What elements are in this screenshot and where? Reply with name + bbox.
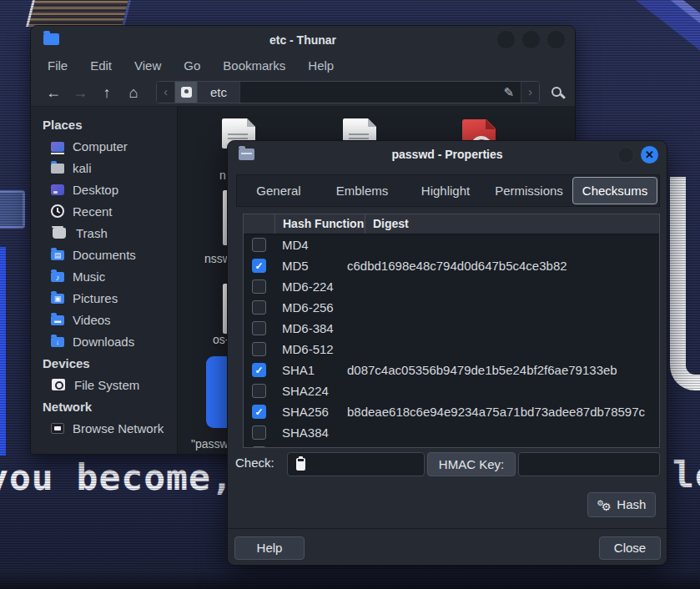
table-row-sha224[interactable]: SHA224 xyxy=(244,380,659,401)
help-button[interactable]: Help xyxy=(234,536,305,560)
table-row-sha384[interactable]: SHA384 xyxy=(244,422,659,443)
path-scroll-right-button[interactable]: › xyxy=(521,82,539,103)
hash-function-name: MD4 xyxy=(266,238,347,252)
sidebar-item-label: Documents xyxy=(73,248,136,262)
path-scroll-left-button[interactable]: ‹ xyxy=(157,82,175,103)
checkbox-unchecked[interactable] xyxy=(252,238,266,252)
sidebar-item-pictures[interactable]: Pictures xyxy=(43,287,177,309)
checkbox-unchecked[interactable] xyxy=(252,446,266,448)
sidebar-item-recent[interactable]: Recent xyxy=(43,200,177,222)
home-button[interactable]: ⌂ xyxy=(123,82,144,103)
hmac-key-button[interactable]: HMAC Key: xyxy=(427,452,516,476)
checkbox-checked[interactable]: ✓ xyxy=(252,363,266,377)
videos-folder-icon xyxy=(51,315,64,325)
menu-view[interactable]: View xyxy=(134,58,161,73)
sidebar-item-kali[interactable]: kali xyxy=(43,157,177,179)
checkbox-column-header xyxy=(244,214,275,234)
sidebar-item-label: Videos xyxy=(73,313,111,327)
desktop-icon xyxy=(51,184,64,195)
thunar-titlebar[interactable]: etc - Thunar xyxy=(31,26,575,53)
hash-function-name: SHA512 xyxy=(266,446,347,448)
menu-file[interactable]: File xyxy=(48,58,68,73)
table-row-md6-512[interactable]: MD6-512 xyxy=(244,339,659,360)
sidebar-item-trash[interactable]: Trash xyxy=(43,222,177,244)
sidebar-item-computer[interactable]: Computer xyxy=(43,135,177,157)
sidebar-item-videos[interactable]: Videos xyxy=(43,309,177,330)
tab-checksums[interactable]: Checksums xyxy=(572,177,657,204)
checkbox-unchecked[interactable] xyxy=(252,425,266,440)
toolbar: ← → ↑ ⌂ ‹ etc ✎ › xyxy=(31,78,575,106)
checkbox-unchecked[interactable] xyxy=(252,300,266,315)
sidebar-item-label: Downloads xyxy=(73,335,134,349)
checkbox-checked[interactable]: ✓ xyxy=(252,259,266,273)
table-row-md6-224[interactable]: MD6-224 xyxy=(244,276,659,297)
forward-button[interactable]: → xyxy=(69,82,91,103)
table-row-sha256[interactable]: ✓SHA256b8deae618c6e94e9234a75a71bd73adee… xyxy=(244,401,659,422)
checkbox-unchecked[interactable] xyxy=(252,321,266,335)
checkbox-unchecked[interactable] xyxy=(252,342,266,356)
check-row: Check: HMAC Key: xyxy=(228,452,667,477)
check-input[interactable] xyxy=(287,452,425,476)
sidebar-item-label: Computer xyxy=(73,139,128,154)
tab-emblems[interactable]: Emblems xyxy=(320,175,404,206)
up-button[interactable]: ↑ xyxy=(96,82,118,103)
hash-function-name: SHA256 xyxy=(266,405,347,419)
sidebar-item-downloads[interactable]: Downloads xyxy=(43,330,177,352)
path-bar[interactable]: ‹ etc ✎ › xyxy=(156,81,540,103)
sidebar-item-file-system[interactable]: File System xyxy=(43,374,177,395)
menu-bookmarks[interactable]: Bookmarks xyxy=(223,58,285,73)
close-button[interactable]: Close xyxy=(599,536,661,560)
hash-button[interactable]: ⚙⚙Hash xyxy=(587,492,656,517)
table-row-md6-384[interactable]: MD6-384 xyxy=(244,318,659,339)
sidebar-item-music[interactable]: Music xyxy=(43,265,177,287)
downloads-folder-icon xyxy=(51,337,64,347)
table-row-md5[interactable]: ✓MD5c6dbd1698e48c794d0d647b5c4ce3b82 xyxy=(244,255,659,276)
tab-highlight[interactable]: Highlight xyxy=(404,175,487,206)
gears-icon: ⚙⚙ xyxy=(597,493,614,518)
tab-permissions[interactable]: Permissions xyxy=(487,175,571,206)
clipboard-icon[interactable] xyxy=(296,458,305,471)
dialog-close-icon[interactable]: ✕ xyxy=(641,146,658,164)
hmac-key-input[interactable] xyxy=(518,452,660,476)
table-header: Hash Function Digest xyxy=(244,214,659,234)
path-location-button[interactable]: etc xyxy=(198,82,240,103)
root-drive-button[interactable] xyxy=(175,82,198,103)
checkbox-unchecked[interactable] xyxy=(252,279,266,294)
sidebar-header-devices: Devices xyxy=(43,356,177,370)
hash-function-name: MD6-384 xyxy=(266,321,347,335)
hash-function-name: MD6-512 xyxy=(266,342,347,356)
music-folder-icon xyxy=(51,272,64,282)
sidebar-item-label: Browse Network xyxy=(73,421,164,435)
table-row-md6-256[interactable]: MD6-256 xyxy=(244,297,659,318)
sidebar-item-desktop[interactable]: Desktop xyxy=(43,179,177,200)
properties-dialog: passwd - Properties ✕ GeneralEmblemsHigh… xyxy=(227,140,667,566)
close-button[interactable] xyxy=(547,31,565,48)
table-row-sha512[interactable]: SHA512 xyxy=(244,443,659,448)
maximize-button[interactable] xyxy=(522,31,540,48)
sidebar-item-label: Trash xyxy=(76,226,108,240)
menu-edit[interactable]: Edit xyxy=(90,58,112,73)
checkbox-checked[interactable]: ✓ xyxy=(252,405,266,419)
sidebar-item-label: Recent xyxy=(73,204,113,219)
search-icon[interactable] xyxy=(551,87,562,97)
file-label[interactable]: n xyxy=(219,169,226,182)
menu-go[interactable]: Go xyxy=(184,58,200,73)
documents-folder-icon xyxy=(51,250,64,260)
back-button[interactable]: ← xyxy=(43,82,64,103)
sidebar-header-network: Network xyxy=(43,400,177,414)
menu-help[interactable]: Help xyxy=(308,58,334,73)
table-row-md4[interactable]: MD4 xyxy=(244,234,659,255)
sidebar-item-browse-network[interactable]: Browse Network xyxy=(43,417,177,439)
sidebar-item-documents[interactable]: Documents xyxy=(43,244,177,265)
minimize-button[interactable] xyxy=(497,31,515,48)
table-row-sha1[interactable]: ✓SHA1d087c4ac05356b9479de1b5e24bf2f6ae79… xyxy=(244,360,659,380)
digest-value: d087c4ac05356b9479de1b5e24bf2f6ae79133eb xyxy=(347,363,659,377)
window-title: etc - Thunar xyxy=(269,33,336,47)
sidebar: PlacesComputerkaliDesktopRecentTrashDocu… xyxy=(31,107,178,455)
tab-general[interactable]: General xyxy=(237,175,320,206)
edit-path-icon[interactable]: ✎ xyxy=(496,85,521,100)
dialog-maximize-button[interactable] xyxy=(617,147,634,164)
checkbox-unchecked[interactable] xyxy=(252,384,266,398)
folder-icon xyxy=(43,33,59,45)
dialog-titlebar[interactable]: passwd - Properties xyxy=(228,141,667,168)
